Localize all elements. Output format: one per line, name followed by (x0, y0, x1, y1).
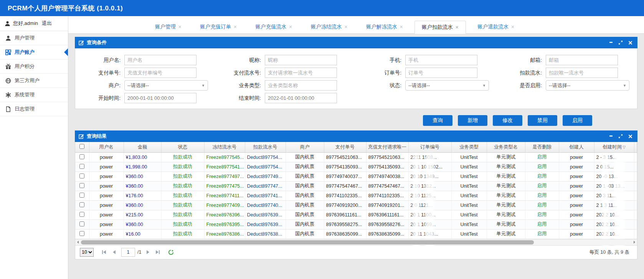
cell-creator: power (559, 181, 594, 191)
订单号-input[interactable] (405, 68, 477, 78)
状态-select[interactable]: --请选择--▼ (405, 80, 489, 91)
开始时间-input[interactable] (124, 93, 197, 103)
table-row[interactable]: power¥176.00扣款成功Freeze8977411...Deduct89… (75, 191, 637, 200)
scrollbar-thumb[interactable] (81, 240, 534, 244)
row-checkbox[interactable] (79, 231, 84, 236)
next-page-icon[interactable] (144, 248, 152, 256)
column-header[interactable]: 用户名 (89, 142, 124, 152)
tab-close-icon[interactable]: ✕ (178, 25, 182, 30)
minimize-icon[interactable] (608, 39, 614, 46)
column-header[interactable]: 状态 (161, 142, 204, 152)
expand-icon[interactable] (617, 39, 624, 46)
业务类型-input[interactable] (265, 80, 337, 91)
column-header[interactable]: 金额 (124, 142, 161, 152)
modify-button[interactable]: 修改 (493, 115, 522, 126)
table-row[interactable]: power¥360.00扣款成功Freeze8976395...Deduct89… (75, 220, 637, 229)
昵称-input[interactable] (265, 55, 337, 65)
支付单号-input[interactable] (124, 68, 197, 78)
cell-user: power (89, 172, 124, 181)
table-row[interactable]: power¥16.00扣款成功Freeze8976386...Deduct897… (75, 229, 637, 239)
row-checkbox[interactable] (79, 173, 84, 178)
table-row[interactable]: power¥360.00扣款成功Freeze8977409...Deduct89… (75, 200, 637, 210)
table-row[interactable]: power¥1,803.00扣款成功Freeze8977545...Deduct… (75, 152, 637, 162)
first-page-icon[interactable] (100, 248, 108, 256)
column-header[interactable]: 扣款流水号 (245, 142, 286, 152)
prev-page-icon[interactable] (110, 248, 118, 256)
tab-5[interactable]: 账户解冻流水✕ (359, 20, 410, 33)
close-icon[interactable] (627, 39, 634, 46)
add-button[interactable]: 新增 (458, 115, 487, 126)
column-header[interactable]: 订单编号 (408, 142, 451, 152)
column-header[interactable]: 冻结流水号 (204, 142, 245, 152)
table-row[interactable]: power¥360.00扣款成功Freeze8977475...Deduct89… (75, 181, 637, 191)
tab-close-icon[interactable]: ✕ (233, 25, 237, 30)
scroll-right-arrow[interactable] (632, 239, 637, 245)
是否启用-select[interactable]: --请选择--▼ (546, 80, 629, 91)
column-header[interactable]: 商户 (286, 142, 324, 152)
column-header[interactable]: 创建人 (559, 142, 594, 152)
支付流水号-input[interactable] (265, 68, 337, 78)
tab-close-icon[interactable]: ✕ (400, 25, 403, 30)
row-checkbox-cell (75, 191, 89, 200)
row-checkbox[interactable] (79, 202, 84, 207)
tab-4[interactable]: 账户冻结流水✕ (304, 20, 355, 33)
logout-link[interactable]: 退出 (42, 20, 52, 27)
row-checkbox[interactable] (79, 193, 84, 198)
minimize-icon[interactable] (608, 133, 614, 140)
column-header[interactable]: 业务类型名 (487, 142, 525, 152)
table-row[interactable]: power¥1,998.00扣款成功Freeze8977541...Deduct… (75, 162, 637, 172)
tab-7[interactable]: 账户退款流水✕ (471, 20, 521, 33)
row-checkbox[interactable] (79, 164, 84, 169)
select-all-checkbox[interactable] (79, 144, 84, 149)
tab-close-icon[interactable]: ✕ (511, 25, 514, 30)
close-icon[interactable] (627, 133, 634, 140)
row-checkbox[interactable] (79, 154, 84, 159)
邮箱-input[interactable] (546, 55, 618, 65)
tab-close-icon[interactable]: ✕ (455, 25, 459, 30)
sidebar-item-3[interactable]: 用户积分 (0, 59, 68, 74)
column-header[interactable]: 是否删除 (525, 142, 559, 152)
row-checkbox[interactable] (79, 183, 84, 188)
form-field: 是否启用:--请选择--▼ (497, 80, 637, 91)
结束时间-input[interactable] (265, 93, 337, 103)
filler-cell (634, 191, 637, 200)
column-header[interactable]: 充值支付请求唯一 (366, 142, 408, 152)
sidebar-item-1[interactable]: 用户管理 (0, 31, 68, 45)
tab-1[interactable]: 账户管理✕ (148, 20, 188, 33)
商户-select[interactable]: --请选择--▼ (124, 80, 208, 91)
page-number-input[interactable] (121, 248, 135, 257)
sidebar-item-4[interactable]: 第三方用户 (0, 74, 68, 88)
row-checkbox[interactable] (79, 212, 84, 217)
query-button[interactable]: 查询 (423, 115, 452, 126)
tab-6[interactable]: 账户扣款流水✕ (414, 21, 466, 34)
column-header[interactable]: 创建时间▽ (594, 142, 634, 152)
row-checkbox[interactable] (79, 221, 84, 226)
column-header[interactable]: 业务类型 (451, 142, 487, 152)
last-page-icon[interactable] (154, 248, 162, 256)
table-row[interactable]: power¥360.00扣款成功Freeze8977497...Deduct89… (75, 172, 637, 181)
cell-biz_name: 单元测试 (487, 200, 525, 210)
手机-input[interactable] (405, 55, 477, 65)
sidebar-item-2[interactable]: 用户账户 (0, 45, 68, 59)
用户名-input[interactable] (124, 55, 197, 65)
enable-button[interactable]: 启用 (563, 115, 592, 126)
tab-3[interactable]: 账户充值流水✕ (248, 20, 299, 33)
sidebar-item-6[interactable]: 日志管理 (0, 102, 68, 116)
sidebar-item-5[interactable]: 系统管理 (0, 88, 68, 102)
page-size-select[interactable]: 10 (80, 248, 94, 257)
expand-icon[interactable] (617, 133, 624, 140)
user-greeting-row: 您好,admin 退出 (0, 16, 68, 31)
refresh-icon[interactable] (167, 248, 175, 256)
column-header[interactable]: 支付单号 (324, 142, 366, 152)
disable-button[interactable]: 禁用 (528, 115, 557, 126)
table-row[interactable]: power¥215.00扣款成功Freeze8976396...Deduct89… (75, 210, 637, 220)
cell-req_no: 897639558276... (366, 220, 408, 229)
select-value: --请选择-- (127, 82, 149, 89)
horizontal-scrollbar[interactable] (75, 239, 637, 245)
tab-2[interactable]: 账户充值订单✕ (193, 20, 244, 33)
filler-cell (634, 229, 637, 239)
scroll-left-arrow[interactable] (75, 239, 81, 245)
扣款流水-input[interactable] (546, 68, 618, 78)
tab-close-icon[interactable]: ✕ (344, 25, 348, 30)
tab-close-icon[interactable]: ✕ (289, 25, 292, 30)
